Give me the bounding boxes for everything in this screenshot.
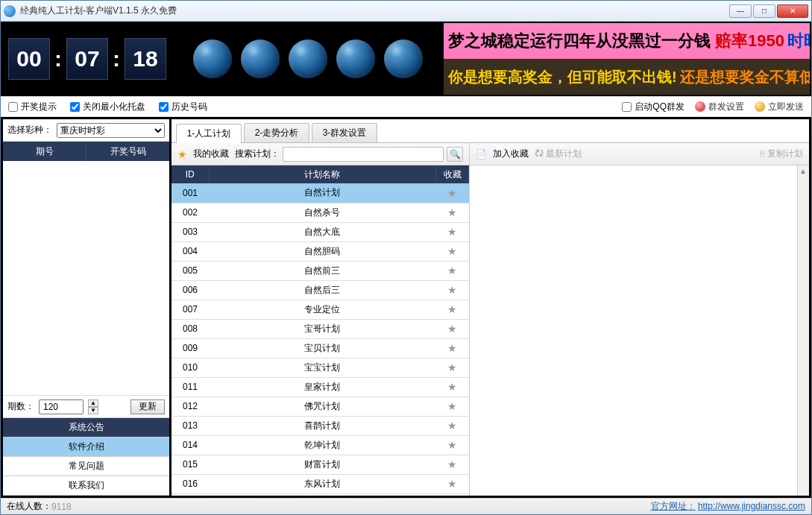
table-row[interactable]: 012佛咒计划★: [171, 396, 469, 416]
plan-detail-panel: 📄 加入收藏 🗘 最新计划 ⎘ 复制计划: [470, 143, 809, 496]
ball-2: [241, 40, 280, 78]
cell-name: 自然后三: [209, 280, 436, 300]
update-button[interactable]: 更新: [130, 399, 165, 414]
period-input[interactable]: [39, 399, 84, 414]
cell-id: 014: [171, 435, 209, 455]
window-controls: — □ ✕: [729, 4, 808, 18]
col-period: 期号: [3, 142, 86, 161]
opt-close-tray[interactable]: 关闭最小化托盘: [70, 101, 145, 113]
opt-draw-alert[interactable]: 开奖提示: [8, 101, 57, 113]
cell-name: 专业定位: [209, 300, 436, 319]
maximize-button[interactable]: □: [753, 4, 775, 18]
refresh-plan-button[interactable]: 🗘 最新计划: [535, 148, 582, 160]
table-row[interactable]: 016东风计划★: [171, 474, 469, 493]
opt-history[interactable]: 历史号码: [159, 101, 207, 113]
star-icon[interactable]: ★: [447, 265, 457, 277]
period-spinner: ▲ ▼: [88, 399, 98, 414]
tab-plans[interactable]: 1-人工计划: [176, 124, 242, 143]
table-row[interactable]: 008宝哥计划★: [171, 319, 469, 338]
table-row[interactable]: 009宝贝计划★: [171, 338, 469, 358]
lottery-select-label: 选择彩种：: [7, 124, 52, 136]
body-area: 选择彩种： 重庆时时彩 期号 开奖号码 期数： ▲ ▼ 更新 系统公告 软件介绍: [1, 117, 811, 498]
star-icon[interactable]: ★: [447, 420, 457, 432]
cell-id: 008: [171, 319, 209, 338]
cell-fav: ★: [436, 222, 469, 241]
th-id[interactable]: ID: [171, 165, 209, 183]
opt-qq-broadcast[interactable]: 启动QQ群发: [622, 101, 684, 113]
table-row[interactable]: 002自然杀号★: [171, 203, 469, 222]
cell-fav: ★: [436, 416, 469, 435]
copy-plan-button[interactable]: ⎘ 复制计划: [760, 148, 803, 160]
copy-icon: ⎘: [760, 148, 767, 159]
cell-name: 皇家计划: [209, 377, 436, 396]
cell-fav: ★: [436, 300, 469, 319]
star-icon[interactable]: ★: [447, 342, 457, 354]
site-group: 官方网址： http://www.jingdianssc.com: [651, 500, 805, 513]
cell-fav: ★: [436, 377, 469, 396]
add-favorite-button[interactable]: 加入收藏: [493, 148, 529, 160]
star-icon[interactable]: ★: [447, 361, 457, 373]
spin-down-button[interactable]: ▼: [88, 407, 98, 414]
cell-id: 012: [171, 396, 209, 416]
th-name[interactable]: 计划名称: [209, 165, 436, 183]
close-button[interactable]: ✕: [777, 4, 808, 18]
plan-table: ID 计划名称 收藏 001自然计划★002自然杀号★003自然大底★004自然…: [171, 165, 469, 494]
table-row[interactable]: 015财富计划★: [171, 455, 469, 474]
detail-content: [470, 165, 797, 496]
menu-faq[interactable]: 常见问题: [3, 457, 169, 476]
menu-announcement[interactable]: 系统公告: [3, 418, 169, 437]
spin-up-button[interactable]: ▲: [88, 399, 98, 407]
online-count: 9118: [51, 502, 72, 512]
tab-broadcast[interactable]: 3-群发设置: [312, 123, 377, 142]
tab-trend[interactable]: 2-走势分析: [244, 123, 309, 142]
th-fav[interactable]: 收藏: [436, 165, 469, 183]
star-icon[interactable]: ★: [447, 284, 457, 296]
minimize-button[interactable]: —: [729, 4, 752, 18]
table-row[interactable]: 014乾坤计划★: [171, 435, 469, 455]
broadcast-settings-link[interactable]: 群发设置: [695, 101, 744, 113]
star-icon[interactable]: ★: [447, 458, 457, 470]
my-favorites-link[interactable]: 我的收藏: [193, 148, 229, 160]
star-icon[interactable]: ★: [447, 226, 457, 238]
cell-name: 自然前三: [209, 261, 436, 280]
star-icon[interactable]: ★: [447, 323, 457, 335]
table-row[interactable]: 007专业定位★: [171, 300, 469, 319]
table-row[interactable]: 013喜鹊计划★: [171, 416, 469, 435]
star-icon[interactable]: ★: [447, 187, 457, 199]
menu-contact[interactable]: 联系我们: [3, 476, 169, 496]
send-now-link[interactable]: 立即发送: [755, 101, 804, 113]
cell-id: 016: [171, 474, 209, 493]
table-row[interactable]: 001自然计划★: [171, 183, 469, 203]
ad-banner[interactable]: 梦之城稳定运行四年从没黑过一分钱 赔率1950 时时彩 你是想要高奖金，但可能取…: [444, 23, 810, 95]
search-label: 搜索计划：: [235, 148, 280, 160]
vertical-scrollbar[interactable]: [797, 165, 809, 496]
table-row[interactable]: 003自然大底★: [171, 222, 469, 241]
cell-fav: ★: [436, 338, 469, 358]
plan-grid-scroll[interactable]: ID 计划名称 收藏 001自然计划★002自然杀号★003自然大底★004自然…: [171, 165, 469, 496]
cell-fav: ★: [436, 280, 469, 300]
table-row[interactable]: 005自然前三★: [171, 261, 469, 280]
cell-fav: ★: [436, 241, 469, 261]
right-column: 1-人工计划 2-走势分析 3-群发设置 ★ 我的收藏 搜索计划： 🔍: [171, 119, 809, 496]
table-row[interactable]: 010宝宝计划★: [171, 358, 469, 377]
table-row[interactable]: 006自然后三★: [171, 280, 469, 300]
star-icon[interactable]: ★: [447, 245, 457, 257]
cell-fav: ★: [436, 203, 469, 222]
star-icon[interactable]: ★: [447, 478, 457, 490]
table-row[interactable]: 011皇家计划★: [171, 377, 469, 396]
star-icon[interactable]: ★: [447, 400, 457, 412]
timer-hours: 00: [8, 38, 50, 80]
star-icon[interactable]: ★: [447, 206, 457, 218]
star-icon[interactable]: ★: [447, 381, 457, 393]
menu-software-intro[interactable]: 软件介绍: [3, 437, 169, 457]
search-input[interactable]: [283, 147, 444, 162]
star-icon[interactable]: ★: [447, 303, 457, 315]
star-icon: ★: [177, 148, 187, 160]
table-row[interactable]: 004自然胆码★: [171, 241, 469, 261]
search-button[interactable]: 🔍: [447, 147, 463, 162]
official-site-link[interactable]: http://www.jingdianssc.com: [698, 501, 805, 511]
site-label: 官方网址：: [651, 501, 696, 511]
star-icon[interactable]: ★: [447, 439, 457, 451]
online-label: 在线人数：: [7, 500, 51, 513]
lottery-select[interactable]: 重庆时时彩: [57, 123, 165, 138]
